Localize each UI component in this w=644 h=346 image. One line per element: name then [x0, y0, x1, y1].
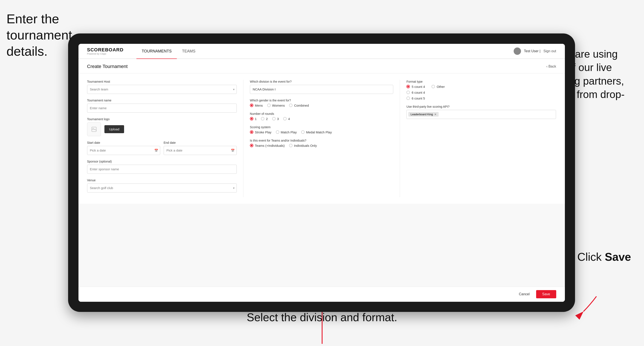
radio-stroke-circle [250, 130, 253, 134]
rounds-2[interactable]: 2 [261, 117, 268, 121]
scoring-label: Scoring system [250, 125, 393, 129]
date-group: Start date 📅 End date [87, 141, 237, 155]
radio-6c5-circle [406, 96, 410, 100]
teams-individuals-label: Individuals Only [294, 144, 317, 148]
rounds-1-label: 1 [255, 117, 256, 121]
save-button[interactable]: Save [536, 290, 556, 298]
radio-r3-circle [272, 117, 276, 120]
format-options: 5 count 4 Other [406, 85, 556, 100]
format-other[interactable]: Other [432, 85, 445, 88]
avatar [514, 47, 521, 55]
sign-out-link[interactable]: Sign out [544, 49, 556, 53]
start-input-wrapper: 📅 [87, 146, 160, 155]
format-6count4-label: 6 count 4 [412, 91, 425, 94]
start-date-input[interactable] [87, 146, 160, 155]
venue-group: Venue ▾ [87, 178, 237, 192]
rounds-4[interactable]: 4 [283, 117, 290, 121]
back-link[interactable]: ‹ Back [546, 65, 556, 68]
sponsor-label: Sponsor (optional) [87, 160, 237, 163]
rounds-3[interactable]: 3 [272, 117, 279, 121]
rounds-radio-group: 1 2 3 [250, 117, 393, 121]
form-col-right: Format type 5 count 4 [400, 80, 556, 197]
format-type-label: Format type [406, 80, 556, 83]
teams-individuals[interactable]: Individuals Only [289, 144, 317, 148]
nav-bar: SCOREBOARD Powered by Clippi TOURNAMENTS… [78, 44, 565, 59]
tablet-screen: SCOREBOARD Powered by Clippi TOURNAMENTS… [78, 44, 565, 302]
api-tag-input[interactable]: Leaderboard King ✕ [406, 110, 556, 119]
name-input[interactable] [87, 104, 237, 113]
end-label: End date [164, 141, 237, 144]
gender-combined[interactable]: Combined [289, 104, 309, 107]
scoring-radio-group: Stroke Play Match Play Medal Match Play [250, 130, 393, 134]
radio-match-circle [276, 130, 279, 134]
image-icon [91, 126, 97, 132]
form-title: Create Tournament [87, 64, 128, 69]
form-col-left: Tournament Host ▾ Tournament name [87, 80, 244, 197]
sponsor-group: Sponsor (optional) [87, 160, 237, 174]
form-footer: Cancel Save [78, 287, 565, 302]
venue-input[interactable] [87, 183, 237, 192]
rounds-group: Number of rounds 1 2 [250, 112, 393, 121]
division-select[interactable]: NCAA Division I NCAA Division II NCAA Di… [250, 85, 393, 94]
scoring-match-label: Match Play [281, 130, 297, 134]
radio-r4-circle [283, 117, 287, 120]
rounds-3-label: 3 [277, 117, 279, 121]
page-content: Create Tournament ‹ Back Tournament Host [78, 59, 565, 302]
format-6count4[interactable]: 6 count 4 [406, 91, 425, 94]
radio-5c4-circle [406, 85, 410, 88]
scoring-match[interactable]: Match Play [276, 130, 297, 134]
rounds-2-label: 2 [266, 117, 268, 121]
gender-womens[interactable]: Womens [267, 104, 285, 107]
scoring-medal[interactable]: Medal Match Play [301, 130, 332, 134]
logo-group: Tournament logo [87, 117, 237, 136]
cancel-button[interactable]: Cancel [515, 291, 533, 298]
teams-teams-label: Teams (+Individuals) [255, 144, 285, 148]
logo-sub: Powered by Clippi [87, 53, 124, 55]
teams-teams[interactable]: Teams (+Individuals) [250, 144, 285, 148]
format-type-group: Format type 5 count 4 [406, 80, 556, 100]
scoring-stroke[interactable]: Stroke Play [250, 130, 272, 134]
format-6count5[interactable]: 6 count 5 [406, 96, 425, 100]
division-label: Which division is the event for? [250, 80, 393, 83]
radio-combined-circle [289, 104, 292, 107]
form-inner: Create Tournament ‹ Back Tournament Host [78, 59, 565, 302]
api-tag: Leaderboard King ✕ [408, 112, 438, 117]
division-input-wrapper: NCAA Division I NCAA Division II NCAA Di… [250, 85, 393, 94]
host-input-wrapper: ▾ [87, 85, 237, 94]
end-date-input[interactable] [164, 146, 237, 155]
venue-dropdown-icon: ▾ [233, 186, 234, 190]
format-row-3: 6 count 5 [406, 96, 556, 100]
upload-button[interactable]: Upload [104, 125, 124, 133]
tab-tournaments[interactable]: TOURNAMENTS [136, 44, 177, 59]
teams-label: Is this event for Teams and/or Individua… [250, 139, 393, 142]
name-label: Tournament name [87, 99, 237, 102]
rounds-1[interactable]: 1 [250, 117, 256, 121]
start-date-group: Start date 📅 [87, 141, 160, 155]
annotation-bottom-right: Click Save [577, 250, 631, 264]
name-group: Tournament name [87, 99, 237, 113]
format-6count5-label: 6 count 5 [412, 96, 425, 100]
gender-mens[interactable]: Mens [250, 104, 263, 107]
gender-radio-group: Mens Womens Combined [250, 104, 393, 107]
nav-tabs: TOURNAMENTS TEAMS [136, 44, 514, 59]
venue-label: Venue [87, 178, 237, 182]
scoring-group: Scoring system Stroke Play Match Play [250, 125, 393, 134]
gender-combined-label: Combined [294, 104, 309, 107]
radio-r1-circle [250, 117, 253, 120]
host-input[interactable] [87, 85, 237, 94]
tab-teams[interactable]: TEAMS [177, 44, 200, 59]
scoring-stroke-label: Stroke Play [255, 130, 272, 134]
date-row: Start date 📅 End date [87, 141, 237, 155]
radio-mens-circle [250, 104, 253, 107]
format-5count4[interactable]: 5 count 4 [406, 85, 425, 88]
radio-womens-circle [267, 104, 271, 107]
gender-label: Which gender is the event for? [250, 99, 393, 102]
sponsor-input[interactable] [87, 165, 237, 174]
api-tag-close[interactable]: ✕ [434, 113, 436, 116]
radio-other-circle [432, 85, 435, 88]
logo-text: SCOREBOARD [87, 47, 124, 53]
radio-medal-circle [301, 130, 304, 134]
search-icon: ▾ [233, 88, 234, 91]
radio-6c4-circle [406, 91, 410, 94]
api-label: Use third-party live scoring API? [406, 105, 556, 108]
